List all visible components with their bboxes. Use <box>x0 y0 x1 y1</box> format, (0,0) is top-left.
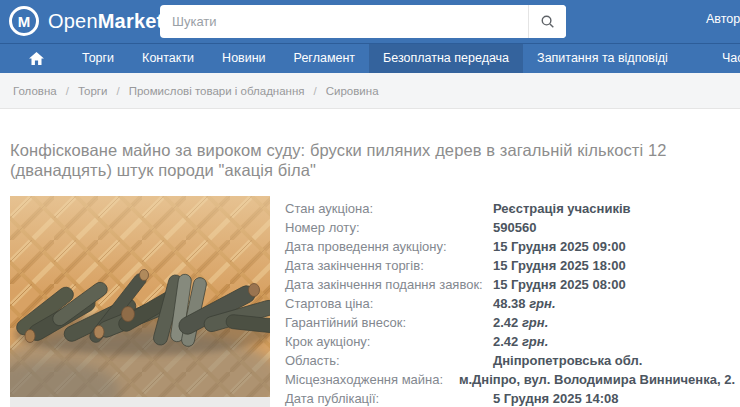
nav-item-torgy[interactable]: Торги <box>68 44 128 73</box>
brand-name-bold: Market <box>98 10 164 32</box>
breadcrumb-separator: / <box>116 85 119 97</box>
breadcrumb-item[interactable]: Головна <box>13 85 57 97</box>
detail-value: 15 Грудня 2025 08:00 <box>493 277 735 292</box>
detail-row: Дата публікації:5 Грудня 2025 14:08 <box>285 389 735 407</box>
detail-value: 2.42 грн. <box>493 315 735 330</box>
detail-row: Дата проведення аукціону:15 Грудня 2025 … <box>285 237 735 256</box>
logo-letter: M <box>18 14 31 29</box>
nav-item-reglament[interactable]: Регламент <box>280 44 369 73</box>
breadcrumb-separator: / <box>314 85 317 97</box>
detail-value: м.Дніпро, вул. Володимира Винниченка, 2. <box>459 372 735 387</box>
detail-row: Дата закінчення подання заявок:15 Грудня… <box>285 275 735 294</box>
detail-row: Область:Дніпропетровська обл. <box>285 351 735 370</box>
photo-gallery-strip <box>10 397 270 407</box>
main-nav: ТоргиКонтактиНовиниРегламентБезоплатна п… <box>0 43 740 73</box>
detail-row: Дата закінчення торгів:15 Грудня 2025 18… <box>285 256 735 275</box>
breadcrumb-item[interactable]: Торги <box>78 85 108 97</box>
detail-row: Стан аукціона:Реєстрація учасників <box>285 199 735 218</box>
header: M OpenMarket Автори <box>0 0 740 43</box>
detail-label: Дата проведення аукціону: <box>285 239 493 254</box>
detail-value: 5 Грудня 2025 14:08 <box>493 391 735 406</box>
detail-label: Стан аукціона: <box>285 201 493 216</box>
search-icon <box>540 14 555 29</box>
nav-item-zapytannia-ta-vidpovidi[interactable]: Запитання та відповіді <box>523 44 682 73</box>
nav-right-label[interactable]: Час <box>722 44 740 73</box>
breadcrumb-item[interactable]: Промислові товари і обладнання <box>129 85 305 97</box>
logo[interactable]: M OpenMarket <box>9 6 163 36</box>
openmarket-logo-icon: M <box>9 6 39 36</box>
lot-photo-image <box>10 196 270 397</box>
breadcrumb-separator: / <box>66 85 69 97</box>
detail-value: 2.42 грн. <box>493 334 735 349</box>
detail-label: Гарантійний внесок: <box>285 315 493 330</box>
detail-value: 48.38 грн. <box>493 296 735 311</box>
detail-row: Місцезнаходження майна:м.Дніпро, вул. Во… <box>285 370 735 389</box>
detail-value: 15 Грудня 2025 09:00 <box>493 239 735 254</box>
detail-row: Стартова ціна:48.38 грн. <box>285 294 735 313</box>
lot-photo[interactable] <box>10 196 270 397</box>
home-icon[interactable] <box>22 44 50 73</box>
detail-label: Область: <box>285 353 493 368</box>
detail-value: Дніпропетровська обл. <box>493 353 735 368</box>
detail-label: Крок аукціону: <box>285 334 493 349</box>
breadcrumb-item: Сировина <box>326 85 379 97</box>
nav-item-kontakty[interactable]: Контакти <box>128 44 208 73</box>
detail-label: Номер лоту: <box>285 220 493 235</box>
search-box <box>160 5 566 38</box>
detail-label: Дата закінчення подання заявок: <box>285 277 493 292</box>
detail-row: Крок аукціону:2.42 грн. <box>285 332 735 351</box>
detail-row: Номер лоту:590560 <box>285 218 735 237</box>
breadcrumb: Головна/Торги/Промислові товари і обладн… <box>0 73 740 109</box>
lot-details: Стан аукціона:Реєстрація учасниківНомер … <box>285 199 735 407</box>
detail-value: 15 Грудня 2025 18:00 <box>493 258 735 273</box>
detail-label: Місцезнаходження майна: <box>285 372 459 387</box>
page: M OpenMarket Автори ТоргиКонтактиНовиниР… <box>0 0 740 407</box>
nav-item-bezoplatna-peredacha[interactable]: Безоплатна передача <box>369 44 523 73</box>
detail-value: 590560 <box>493 220 735 235</box>
detail-label: Стартова ціна: <box>285 296 493 311</box>
detail-value: Реєстрація учасників <box>493 201 735 216</box>
detail-row: Гарантійний внесок:2.42 грн. <box>285 313 735 332</box>
brand-name-light: Open <box>48 10 98 32</box>
page-title: Конфісковане майно за вироком суду: брус… <box>10 140 700 180</box>
search-input[interactable] <box>160 5 528 38</box>
nav-item-novyny[interactable]: Новини <box>208 44 280 73</box>
brand-name: OpenMarket <box>48 10 163 33</box>
main-nav-items: ТоргиКонтактиНовиниРегламентБезоплатна п… <box>68 44 682 73</box>
auth-link[interactable]: Автори <box>706 12 740 26</box>
search-button[interactable] <box>528 5 566 38</box>
detail-label: Дата закінчення торгів: <box>285 258 493 273</box>
detail-label: Дата публікації: <box>285 391 493 406</box>
